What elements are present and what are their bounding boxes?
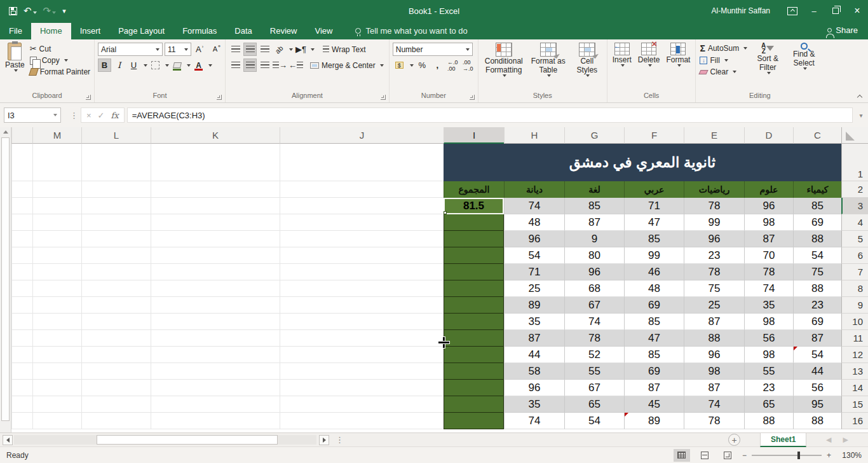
- cell-D6[interactable]: 70: [744, 247, 793, 264]
- cell-H4[interactable]: 48: [504, 214, 564, 231]
- cell-empty[interactable]: [32, 347, 81, 363]
- cell-empty[interactable]: [280, 314, 444, 330]
- clipboard-dialog-launcher[interactable]: [86, 95, 91, 100]
- cell-empty[interactable]: [32, 247, 81, 264]
- splitter-handle[interactable]: ⋮: [336, 435, 344, 445]
- zoom-out-button[interactable]: −: [742, 451, 747, 460]
- cell-G11[interactable]: 78: [564, 330, 624, 347]
- cell-empty[interactable]: [280, 297, 444, 314]
- bottom-align-button[interactable]: [258, 43, 271, 56]
- cell-I6[interactable]: [444, 247, 504, 264]
- cell-H16[interactable]: 74: [504, 413, 564, 429]
- accounting-format-button[interactable]: $: [393, 59, 406, 72]
- cell-C12[interactable]: 54: [793, 347, 841, 363]
- scroll-up-icon[interactable]: [3, 130, 8, 134]
- column-header-D[interactable]: D: [744, 127, 793, 144]
- row-header-9[interactable]: 9: [841, 297, 868, 314]
- font-color-button[interactable]: A: [192, 59, 205, 72]
- cell-empty[interactable]: [151, 330, 280, 347]
- text-direction-button[interactable]: ▶¶: [294, 43, 308, 56]
- cell-F11[interactable]: 47: [624, 330, 684, 347]
- column-header-M[interactable]: M: [32, 127, 81, 144]
- ribbon-tab-review[interactable]: Review: [261, 23, 306, 39]
- column-header-J[interactable]: J: [280, 127, 444, 144]
- clear-button[interactable]: Clear: [698, 66, 749, 78]
- horizontal-scroll-thumb[interactable]: [97, 435, 278, 445]
- cell-H14[interactable]: 96: [504, 380, 564, 396]
- cell-F10[interactable]: 85: [624, 314, 684, 330]
- top-align-button[interactable]: [229, 43, 242, 56]
- header-cell-I2[interactable]: المجموع: [444, 181, 504, 198]
- align-right-button[interactable]: [258, 59, 271, 72]
- fill-button[interactable]: ↓Fill: [698, 55, 749, 66]
- cell-G10[interactable]: 74: [564, 314, 624, 330]
- format-cells-button[interactable]: Format: [663, 41, 693, 68]
- cell-C13[interactable]: 44: [793, 363, 841, 380]
- ribbon-tab-data[interactable]: Data: [226, 23, 261, 39]
- sort-filter-button[interactable]: AZSort & Filter: [749, 41, 786, 76]
- row-header-2[interactable]: 2: [841, 181, 868, 198]
- cell-E16[interactable]: 78: [684, 413, 744, 429]
- cell-empty[interactable]: [151, 314, 280, 330]
- redo-button[interactable]: ↷: [43, 5, 57, 17]
- font-dialog-launcher[interactable]: [217, 95, 222, 100]
- cell-empty[interactable]: [32, 264, 81, 280]
- sheet-tab-sheet1[interactable]: Sheet1: [760, 433, 806, 447]
- cell-empty[interactable]: [32, 363, 81, 380]
- cell-empty[interactable]: [81, 314, 151, 330]
- horizontal-scroll-track[interactable]: [14, 435, 316, 445]
- cell-I4[interactable]: [444, 214, 504, 231]
- cell-empty[interactable]: [32, 330, 81, 347]
- restore-button[interactable]: [825, 0, 846, 22]
- cell-E6[interactable]: 23: [684, 247, 744, 264]
- cell-empty[interactable]: [32, 144, 81, 181]
- cell-G8[interactable]: 68: [564, 280, 624, 297]
- normal-view-button[interactable]: [674, 449, 690, 462]
- cell-H10[interactable]: 35: [504, 314, 564, 330]
- cell-empty[interactable]: [151, 144, 280, 181]
- cell-I16[interactable]: [444, 413, 504, 429]
- cell-empty[interactable]: [11, 264, 32, 280]
- increase-decimal-button[interactable]: ←.0.00: [446, 59, 459, 72]
- header-cell-D2[interactable]: علوم: [744, 181, 793, 198]
- cell-E11[interactable]: 88: [684, 330, 744, 347]
- column-header-F[interactable]: F: [624, 127, 684, 144]
- page-layout-view-button[interactable]: [696, 449, 713, 462]
- cell-F4[interactable]: 47: [624, 214, 684, 231]
- cell-empty[interactable]: [81, 198, 151, 214]
- column-header-L[interactable]: L: [81, 127, 151, 144]
- cell-empty[interactable]: [151, 363, 280, 380]
- cell-empty[interactable]: [280, 144, 444, 181]
- format-painter-button[interactable]: Format Painter: [28, 66, 92, 78]
- next-sheet-icon[interactable]: ▶: [843, 436, 848, 444]
- cell-empty[interactable]: [11, 380, 32, 396]
- cell-empty[interactable]: [11, 247, 32, 264]
- cell-E10[interactable]: 87: [684, 314, 744, 330]
- cell-G6[interactable]: 80: [564, 247, 624, 264]
- active-cell-I3[interactable]: 81.5: [444, 198, 504, 214]
- cell-empty[interactable]: [32, 380, 81, 396]
- cell-empty[interactable]: [81, 347, 151, 363]
- cell-empty[interactable]: [11, 231, 32, 247]
- scroll-left-icon[interactable]: [3, 435, 13, 445]
- cell-C4[interactable]: 69: [793, 214, 841, 231]
- expand-formula-bar-button[interactable]: ▾: [855, 112, 867, 119]
- percent-style-button[interactable]: %: [416, 59, 429, 72]
- cell-F15[interactable]: 45: [624, 396, 684, 413]
- cell-empty[interactable]: [32, 314, 81, 330]
- cell-empty[interactable]: [280, 181, 444, 198]
- cell-E3[interactable]: 78: [684, 198, 744, 214]
- cell-I14[interactable]: [444, 380, 504, 396]
- minimize-button[interactable]: –: [803, 0, 825, 22]
- ribbon-tab-view[interactable]: View: [306, 23, 341, 39]
- cell-empty[interactable]: [151, 413, 280, 429]
- cell-empty[interactable]: [11, 314, 32, 330]
- cell-empty[interactable]: [280, 280, 444, 297]
- cell-empty[interactable]: [280, 247, 444, 264]
- cell-G4[interactable]: 87: [564, 214, 624, 231]
- cell-G14[interactable]: 67: [564, 380, 624, 396]
- cell-F16[interactable]: 89: [624, 413, 684, 429]
- scroll-right-icon[interactable]: [319, 435, 329, 445]
- cell-G7[interactable]: 96: [564, 264, 624, 280]
- formula-input[interactable]: =AVERAGE(C3:H3): [127, 107, 853, 123]
